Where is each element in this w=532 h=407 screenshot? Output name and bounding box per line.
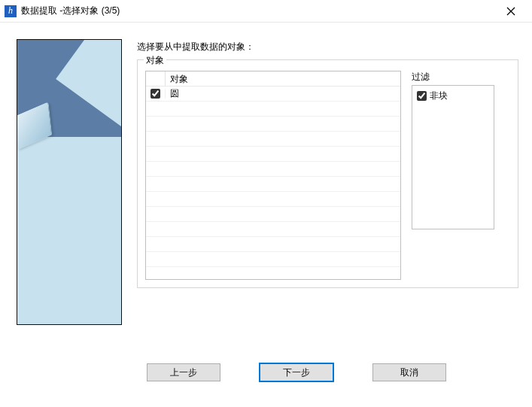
cancel-button[interactable]: 取消	[372, 363, 446, 381]
objects-column-header: 对象	[166, 71, 400, 86]
objects-table-header: 对象	[146, 71, 400, 87]
close-icon	[506, 7, 515, 16]
filter-list[interactable]: 非块	[412, 85, 494, 229]
table-row	[146, 177, 400, 192]
window-title: 数据提取 -选择对象 (3/5)	[21, 5, 120, 17]
table-row	[146, 147, 400, 162]
table-row	[146, 162, 400, 177]
instruction-text: 选择要从中提取数据的对象：	[137, 41, 518, 53]
objects-group-label: 对象	[144, 54, 166, 67]
object-row-name: 圆	[166, 87, 400, 100]
filter-item-label: 非块	[430, 90, 448, 102]
table-row	[146, 117, 400, 132]
filter-group-label: 过滤	[412, 71, 494, 84]
next-button[interactable]: 下一步	[260, 363, 333, 381]
table-row	[146, 132, 400, 147]
back-button[interactable]: 上一步	[147, 363, 220, 381]
objects-table[interactable]: 对象 圆	[145, 71, 401, 280]
objects-group: 对象 对象 圆 过滤 非块	[137, 59, 518, 288]
table-row	[146, 237, 400, 252]
table-row	[146, 207, 400, 222]
app-icon: h	[5, 5, 17, 17]
table-row	[146, 252, 400, 267]
close-button[interactable]	[496, 1, 526, 22]
filter-checkbox[interactable]	[417, 91, 427, 101]
wizard-buttons: 上一步 下一步 取消	[60, 357, 532, 392]
table-row[interactable]: 圆	[146, 87, 400, 102]
table-row	[146, 192, 400, 207]
title-bar: h 数据提取 -选择对象 (3/5)	[0, 0, 532, 23]
table-row	[146, 222, 400, 237]
wizard-preview-image	[17, 39, 122, 325]
object-row-checkbox[interactable]	[150, 89, 160, 99]
filter-item[interactable]: 非块	[417, 89, 489, 102]
table-row	[146, 267, 400, 279]
table-row	[146, 102, 400, 117]
